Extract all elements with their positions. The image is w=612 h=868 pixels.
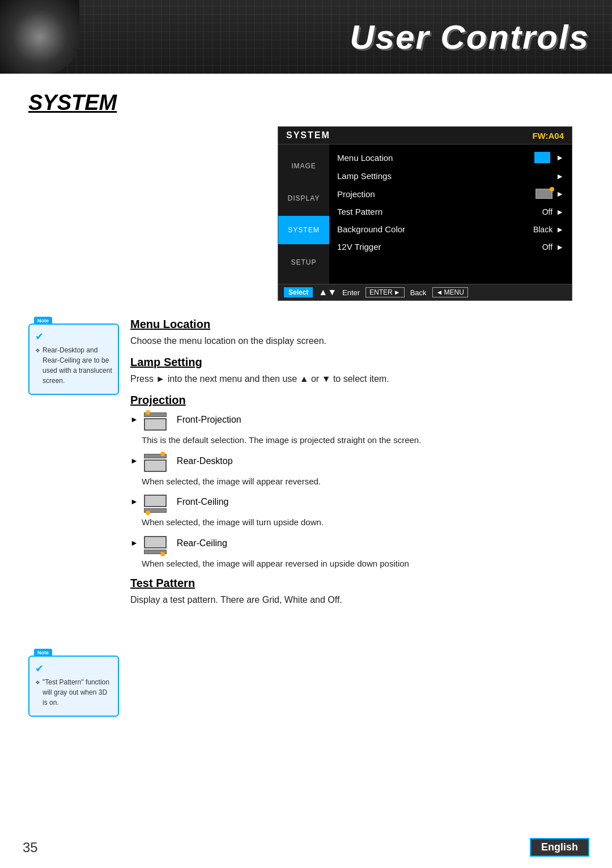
menu-location-body: Choose the menu location on the display …	[130, 334, 584, 348]
osd-footer-enter-label: Enter	[342, 288, 360, 297]
osd-back-arrow-icon: ◄	[436, 288, 443, 296]
osd-row-background-color[interactable]: Background Color Black ►	[329, 220, 572, 238]
osd-body: IMAGE DISPLAY SYSTEM SETUP Menu Location…	[278, 144, 572, 284]
osd-row-value-projection	[536, 189, 552, 199]
proj-desc-rear-desktop: When selected, the image will appear rev…	[142, 475, 584, 488]
page-number: 35	[23, 840, 38, 856]
osd-arrow-projection: ►	[556, 189, 564, 198]
test-pattern-body: Display a test pattern. There are Grid, …	[130, 593, 584, 607]
proj-item-front-ceiling: ► Front-Ceiling	[130, 495, 584, 513]
note-text-2: "Test Pattern" function will gray out wh…	[35, 677, 112, 708]
osd-arrow-lamp-settings: ►	[556, 172, 564, 181]
projection-heading: Projection	[130, 394, 584, 407]
osd-row-label-projection: Projection	[337, 189, 536, 199]
osd-arrow-background-color: ►	[556, 225, 564, 234]
proj-item-rear-ceiling: ► Rear-Ceiling	[130, 536, 584, 554]
content-column: Menu Location Choose the menu location o…	[130, 318, 584, 728]
lamp-setting-heading: Lamp Setting	[130, 356, 584, 369]
proj-arrow-front: ►	[130, 415, 138, 424]
osd-header-title: SYSTEM	[286, 130, 330, 141]
sidebar-item-setup[interactable]: SETUP	[278, 248, 329, 276]
osd-footer-arrows: ▲▼	[318, 287, 337, 297]
osd-footer: Select ▲▼ Enter ENTER ► Back ◄ MENU	[278, 284, 572, 300]
proj-label-rear-desktop: Rear-Desktop	[177, 456, 233, 466]
osd-arrow-menu-location: ►	[556, 153, 564, 162]
sidebar-item-image[interactable]: IMAGE	[278, 152, 329, 180]
note-column: Note ✔ Rear-Desktop and Rear-Ceiling are…	[28, 318, 119, 728]
note-check-icon-1: ✔	[35, 330, 112, 343]
proj-arrow-rear-ceiling: ►	[130, 538, 138, 547]
osd-footer-back-label: Back	[410, 288, 427, 297]
menu-location-color-box	[534, 152, 550, 163]
osd-sidebar: IMAGE DISPLAY SYSTEM SETUP	[278, 144, 329, 284]
note-badge-2: Note	[34, 649, 52, 657]
proj-item-rear-desktop: ► Rear-Desktop	[130, 454, 584, 472]
proj-label-front: Front-Projection	[177, 415, 241, 425]
osd-row-test-pattern[interactable]: Test Pattern Off ►	[329, 203, 572, 220]
osd-enter-key-text: ENTER	[369, 288, 393, 296]
osd-header: SYSTEM FW:A04	[278, 127, 572, 144]
osd-container: SYSTEM FW:A04 IMAGE DISPLAY SYSTEM SETUP…	[28, 126, 584, 301]
proj-desc-front-ceiling: When selected, the image will turn upsid…	[142, 516, 584, 529]
osd-footer-select[interactable]: Select	[284, 287, 313, 297]
page-header: User Controls	[0, 0, 612, 74]
proj-icon-front	[144, 412, 167, 431]
osd-row-value-12v-trigger: Off	[542, 242, 552, 252]
note-bullet-text-1: Rear-Desktop and Rear-Ceiling are to be …	[42, 345, 112, 386]
note-bullet-1: Rear-Desktop and Rear-Ceiling are to be …	[35, 345, 112, 386]
proj-label-front-ceiling: Front-Ceiling	[177, 497, 229, 507]
osd-row-empty-2	[329, 268, 572, 280]
osd-arrow-12v-trigger: ►	[556, 242, 564, 252]
note-text-1: Rear-Desktop and Rear-Ceiling are to be …	[35, 345, 112, 386]
header-lens	[0, 0, 79, 74]
header-grid-overlay	[0, 0, 612, 74]
proj-item-front: ► Front-Projection	[130, 412, 584, 431]
note-badge-1: Note	[34, 317, 52, 325]
section-title: SYSTEM	[28, 91, 584, 115]
osd-row-menu-location[interactable]: Menu Location ►	[329, 148, 572, 167]
osd-enter-arrow-icon: ►	[394, 288, 401, 296]
proj-desc-rear-ceiling: When selected, the image will appear rev…	[142, 558, 584, 571]
osd-row-label-test-pattern: Test Pattern	[337, 207, 542, 216]
osd-menu-key-text: MENU	[444, 288, 464, 296]
sidebar-item-display[interactable]: DISPLAY	[278, 184, 329, 212]
osd-footer-menu-key[interactable]: ◄ MENU	[432, 287, 468, 297]
proj-label-rear-ceiling: Rear-Ceiling	[177, 538, 227, 548]
menu-location-heading: Menu Location	[130, 318, 584, 331]
osd-row-value-menu-location	[534, 152, 552, 163]
osd-row-label-lamp-settings: Lamp Settings	[337, 171, 552, 181]
osd-row-empty-1	[329, 256, 572, 268]
language-badge: English	[530, 838, 589, 857]
osd-row-value-background-color: Black	[533, 225, 552, 234]
page-content: SYSTEM SYSTEM FW:A04 IMAGE DISPLAY SYSTE…	[0, 74, 612, 745]
note-bullet-2: "Test Pattern" function will gray out wh…	[35, 677, 112, 708]
note-box-2: Note ✔ "Test Pattern" function will gray…	[28, 656, 119, 717]
page-footer: 35 English	[0, 838, 612, 857]
osd-arrow-test-pattern: ►	[556, 207, 564, 216]
osd-row-value-test-pattern: Off	[542, 207, 552, 216]
osd-row-label-menu-location: Menu Location	[337, 153, 534, 163]
sidebar-item-system[interactable]: SYSTEM	[278, 216, 329, 244]
osd-row-projection[interactable]: Projection ►	[329, 185, 572, 203]
main-area: Note ✔ Rear-Desktop and Rear-Ceiling are…	[28, 318, 584, 728]
lamp-setting-body: Press ► into the next menu and then use …	[130, 372, 584, 386]
proj-arrow-rear-desktop: ►	[130, 456, 138, 465]
osd-footer-enter-key[interactable]: ENTER ►	[366, 287, 405, 297]
osd-fw-label: FW:A04	[532, 131, 564, 141]
osd-menu: SYSTEM FW:A04 IMAGE DISPLAY SYSTEM SETUP…	[278, 126, 572, 301]
note-check-icon-2: ✔	[35, 662, 112, 675]
osd-row-label-background-color: Background Color	[337, 224, 533, 234]
proj-arrow-front-ceiling: ►	[130, 497, 138, 506]
proj-icon-rear-ceiling	[144, 536, 167, 554]
osd-row-lamp-settings[interactable]: Lamp Settings ►	[329, 167, 572, 185]
proj-icon-rear-desktop	[144, 454, 167, 472]
osd-row-12v-trigger[interactable]: 12V Trigger Off ►	[329, 238, 572, 256]
proj-icon-front-ceiling	[144, 495, 167, 513]
osd-main: Menu Location ► Lamp Settings ►	[329, 144, 572, 284]
note-bullet-text-2: "Test Pattern" function will gray out wh…	[42, 677, 112, 708]
note-box-1: Note ✔ Rear-Desktop and Rear-Ceiling are…	[28, 324, 119, 395]
proj-desc-front: This is the default selection. The image…	[142, 434, 584, 447]
test-pattern-heading: Test Pattern	[130, 577, 584, 590]
osd-row-label-12v-trigger: 12V Trigger	[337, 242, 542, 252]
